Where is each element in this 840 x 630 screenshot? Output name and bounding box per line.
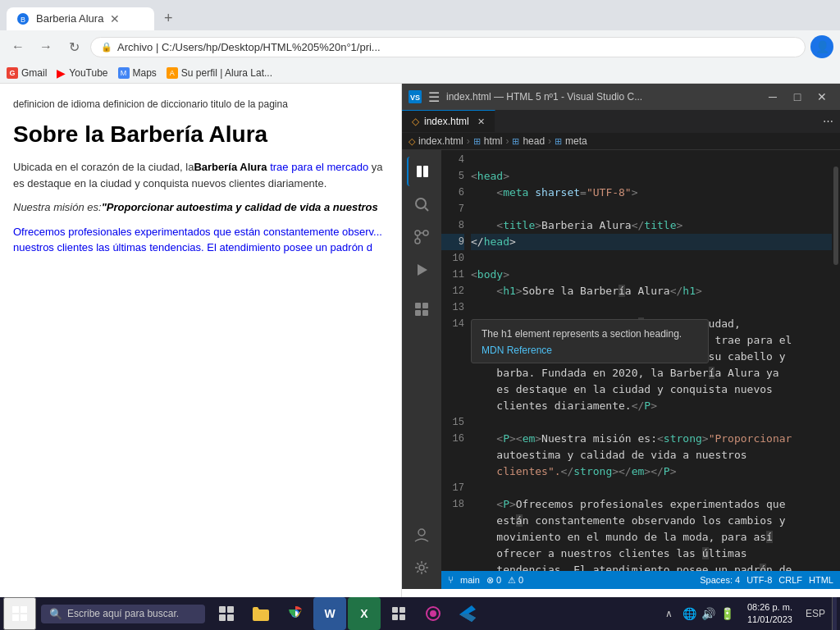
vscode-more-button[interactable]: ⋯ — [816, 115, 840, 127]
vscode-tab-indexhtml[interactable]: ◇ index.html ✕ — [402, 110, 495, 132]
status-errors[interactable]: ⊗ 0 — [486, 575, 501, 586]
active-tab[interactable]: B Barberia Alura ✕ — [7, 7, 154, 30]
paragraph-1: Ubicada en el corazón de la ciudad, laBa… — [13, 159, 388, 191]
bookmark-maps[interactable]: M Maps — [118, 67, 157, 79]
vscode-minimize-button[interactable]: ─ — [761, 85, 784, 108]
browser-content: definicion de idioma definicion de dicci… — [0, 84, 402, 622]
profile-avatar[interactable]: 👤 — [810, 35, 833, 58]
show-desktop-button[interactable] — [832, 597, 837, 630]
svg-rect-25 — [227, 614, 234, 621]
breadcrumb-head-icon: ⊞ — [512, 136, 519, 147]
word-button[interactable]: W — [313, 597, 346, 630]
bookmark-gmail[interactable]: G Gmail — [7, 67, 47, 79]
vscode-taskbar-button[interactable] — [451, 597, 484, 630]
vscode-close-button[interactable]: ✕ — [810, 85, 833, 108]
code-line-14f: clientes diariamente.</P> — [471, 398, 832, 414]
code-line-8: <title>Barberia Alura</title> — [471, 217, 832, 234]
code-line-16c: clientes".</strong></em></P> — [471, 463, 832, 480]
youtube-icon: ▶ — [57, 66, 66, 80]
vscode-scrollbar[interactable] — [832, 150, 840, 571]
unknown-button1[interactable] — [382, 597, 415, 630]
breadcrumb-html[interactable]: html — [484, 135, 503, 147]
forward-button[interactable]: → — [34, 35, 57, 58]
status-encoding[interactable]: UTF-8 — [746, 575, 772, 585]
address-bar[interactable]: 🔒 Archivo | C:/Users/hp/Desktop/HTML%205… — [90, 37, 806, 57]
code-line-4 — [471, 152, 832, 168]
vscode-logo-icon: VS — [409, 90, 422, 103]
unknown-button2[interactable] — [417, 597, 450, 630]
tray-up-arrow[interactable]: ∧ — [665, 608, 673, 619]
activity-debug[interactable] — [407, 255, 436, 285]
editor-area: 4 5 6 7 8 9 10 11 12 13 14 — [441, 150, 840, 589]
vscode-window: VS ☰ index.html — HTML 5 nº1 - Visual St… — [402, 84, 840, 589]
main-area: definicion de idioma definicion de dicci… — [0, 84, 840, 622]
chrome-button[interactable] — [279, 597, 312, 630]
code-line-16b: autoestima y calidad de vida a nuestros — [471, 447, 832, 463]
search-icon: 🔍 — [49, 608, 62, 620]
svg-rect-21 — [21, 614, 27, 621]
scroll-thumb[interactable] — [833, 167, 838, 265]
tray-area[interactable]: ∧ — [662, 608, 676, 619]
vscode-tab-bar: ◇ index.html ✕ ⋯ — [402, 110, 840, 133]
back-button[interactable]: ← — [7, 35, 30, 58]
activity-account[interactable] — [407, 520, 436, 550]
vscode-maximize-button[interactable]: □ — [786, 85, 809, 108]
activity-settings[interactable] — [407, 553, 436, 582]
svg-marker-11 — [418, 264, 427, 276]
taskbar-clock[interactable]: 08:26 p. m. 11/01/2023 — [741, 601, 799, 627]
code-line-14e: es destaque en la ciudad y conquista nue… — [471, 381, 832, 398]
activity-git[interactable] — [407, 222, 436, 252]
browser-chrome: B Barberia Alura ✕ + ← → ↻ 🔒 Archivo | C… — [0, 0, 840, 84]
code-line-10 — [471, 250, 832, 267]
tooltip-link[interactable]: MDN Reference — [482, 345, 698, 356]
activity-search[interactable] — [407, 189, 436, 219]
network-icon[interactable]: 🌐 — [682, 607, 696, 620]
status-language[interactable]: HTML — [809, 575, 833, 585]
svg-rect-29 — [399, 607, 405, 613]
code-line-18: <P>Ofrecemos profesionales experimentado… — [471, 496, 832, 513]
excel-button[interactable]: X — [348, 597, 381, 630]
svg-point-8 — [415, 231, 420, 235]
vscode-menu-icon[interactable]: ☰ — [428, 89, 440, 105]
start-button[interactable] — [3, 597, 36, 630]
svg-rect-12 — [415, 303, 421, 308]
status-line-ending[interactable]: CRLF — [778, 575, 802, 585]
status-warnings[interactable]: ⚠ 0 — [508, 575, 523, 586]
language-indicator[interactable]: ESP — [802, 608, 829, 619]
breadcrumb-sep1: › — [467, 135, 470, 147]
line-numbers: 4 5 6 7 8 9 10 11 12 13 14 — [441, 150, 471, 571]
maps-label: Maps — [133, 67, 157, 79]
activity-extensions[interactable] — [407, 294, 436, 324]
file-explorer-button[interactable] — [244, 597, 277, 630]
battery-icon[interactable]: 🔋 — [720, 607, 734, 620]
breadcrumb-indexhtml[interactable]: index.html — [418, 135, 463, 147]
bookmark-alura[interactable]: A Su perfil | Alura Lat... — [167, 67, 272, 79]
code-line-18c: movimiento en el mundo de la moda, para … — [471, 529, 832, 546]
tab-close-icon[interactable]: ✕ — [110, 12, 120, 25]
reload-button[interactable]: ↻ — [62, 35, 85, 58]
vscode-titlebar: VS ☰ index.html — HTML 5 nº1 - Visual St… — [402, 84, 840, 110]
tooltip-text: The h1 element represents a section head… — [482, 326, 698, 341]
gmail-icon: G — [7, 67, 18, 79]
maps-icon: M — [118, 67, 130, 79]
new-tab-button[interactable]: + — [158, 7, 180, 30]
bookmarks-bar: G Gmail ▶ YouTube M Maps A Su perfil | A… — [0, 63, 840, 84]
status-spaces[interactable]: Spaces: 4 — [700, 575, 740, 585]
bookmark-youtube[interactable]: ▶ YouTube — [57, 66, 107, 80]
svg-point-33 — [430, 610, 436, 617]
vscode-win-controls: ─ □ ✕ — [761, 85, 833, 108]
svg-rect-13 — [422, 303, 428, 308]
alura-icon: A — [167, 67, 178, 79]
page-heading: Sobre la Barbería Alura — [13, 121, 388, 148]
breadcrumb-meta[interactable]: meta — [565, 135, 587, 147]
code-line-18b: están constantemente observando los camb… — [471, 513, 832, 529]
status-branch[interactable]: main — [460, 575, 480, 585]
volume-icon[interactable]: 🔊 — [701, 607, 715, 620]
tab-close-icon[interactable]: ✕ — [477, 116, 485, 127]
taskbar-search[interactable]: 🔍 Escribe aquí para buscar. — [41, 605, 205, 623]
tray-icons: 🌐 🔊 🔋 — [679, 607, 737, 620]
taskview-button[interactable] — [210, 597, 243, 630]
hover-tooltip: The h1 element represents a section head… — [471, 319, 709, 363]
breadcrumb-head[interactable]: head — [523, 135, 545, 147]
activity-explorer[interactable] — [407, 157, 436, 186]
